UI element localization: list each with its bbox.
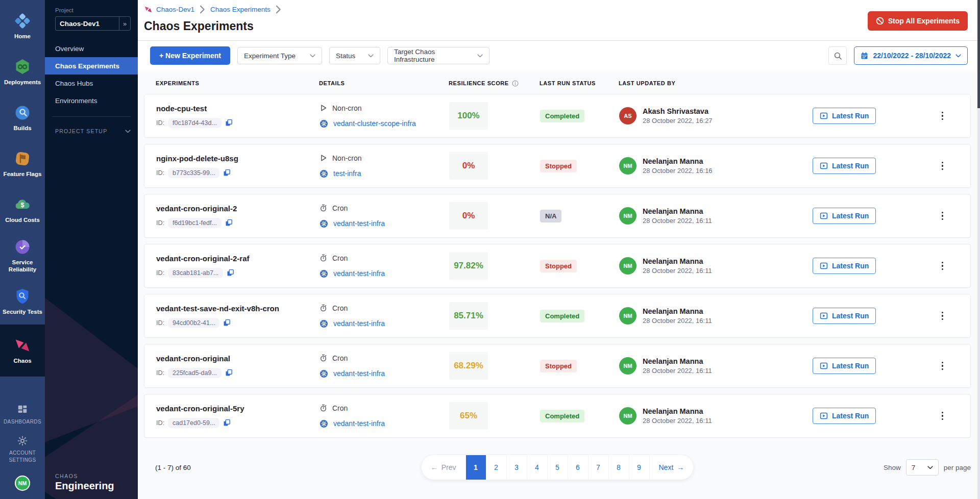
module-chaos[interactable]: Chaos	[0, 325, 45, 377]
module-builds[interactable]: Builds	[0, 95, 45, 141]
column-header-resilience-score: RESILIENCE SCORE	[449, 80, 540, 87]
brand-chaos-label: CHAOS	[55, 473, 138, 479]
date-range-picker[interactable]: 22/10/2022 - 28/10/2022	[854, 46, 968, 65]
page-button-1[interactable]: 1	[465, 455, 486, 480]
kebab-menu-icon[interactable]	[940, 410, 946, 422]
user-name: Neelanjan Manna	[643, 407, 712, 415]
next-page-button[interactable]: Next→	[649, 455, 694, 480]
infra-link[interactable]: vedant-test-infra	[333, 269, 385, 278]
search-button[interactable]	[828, 46, 847, 65]
copy-icon[interactable]	[225, 119, 233, 127]
experiment-id: b773c335-99...	[168, 168, 219, 178]
kubernetes-icon	[320, 119, 328, 128]
infra-link[interactable]: vedant-test-infra	[333, 219, 385, 228]
infra-link[interactable]: vedant-test-infra	[333, 319, 385, 328]
page-button-4[interactable]: 4	[527, 455, 547, 480]
table-header-row: EXPERIMENTS DETAILS RESILIENCE SCORE LAS…	[144, 72, 971, 94]
sidebar-item-account-settings[interactable]: ACCOUNTSETTINGS	[0, 430, 45, 468]
copy-icon[interactable]	[225, 219, 233, 227]
scrollbar[interactable]	[977, 0, 980, 499]
sidebar-item-environments[interactable]: Environments	[45, 92, 138, 109]
copy-icon[interactable]	[227, 269, 234, 277]
latest-run-button[interactable]: Latest Run	[813, 308, 876, 324]
copy-icon[interactable]	[223, 419, 231, 427]
page-button-5[interactable]: 5	[547, 455, 568, 480]
page-button-6[interactable]: 6	[568, 455, 588, 480]
scrollbar-thumb[interactable]	[977, 0, 980, 108]
user-name: Neelanjan Manna	[643, 157, 713, 165]
copy-icon[interactable]	[223, 319, 231, 327]
latest-run-button[interactable]: Latest Run	[813, 408, 876, 424]
stop-all-experiments-button[interactable]: Stop All Experiments	[868, 11, 968, 31]
per-page-label: per page	[944, 464, 971, 471]
filter-label: Status	[336, 52, 355, 60]
info-icon[interactable]	[512, 80, 519, 87]
infra-link[interactable]: vedant-cluster-scope-infra	[333, 119, 416, 128]
chaos-logo-icon	[144, 5, 153, 14]
page-button-8[interactable]: 8	[608, 455, 629, 480]
page-button-3[interactable]: 3	[506, 455, 527, 480]
kebab-menu-icon[interactable]	[940, 110, 946, 122]
kebab-menu-icon[interactable]	[940, 160, 946, 172]
module-service-reliability[interactable]: Service Reliability	[0, 233, 45, 279]
latest-run-button[interactable]: Latest Run	[813, 258, 876, 274]
latest-run-icon	[820, 162, 828, 170]
experiment-name[interactable]: vedant-cron-original-2	[156, 204, 320, 213]
infra-link[interactable]: vedant-test-infra	[333, 369, 385, 378]
prev-page-button[interactable]: ←Prev	[422, 455, 465, 480]
page-button-7[interactable]: 7	[588, 455, 608, 480]
user-avatar[interactable]: NM	[15, 476, 30, 491]
latest-run-button[interactable]: Latest Run	[813, 158, 876, 174]
sidebar-item-overview[interactable]: Overview	[45, 40, 138, 57]
latest-run-button[interactable]: Latest Run	[813, 108, 876, 124]
sidebar-item-dashboards[interactable]: DASHBOARDS	[0, 399, 45, 431]
page-size-select[interactable]: 7	[906, 459, 939, 476]
experiment-name[interactable]: vedant-test-save-nd-exit-v8h-cron	[156, 304, 320, 313]
kebab-menu-icon[interactable]	[940, 260, 946, 272]
breadcrumb: Chaos-Dev1 Chaos Experiments	[144, 0, 968, 16]
filter-experiment-type[interactable]: Experiment Type	[237, 47, 322, 64]
kebab-menu-icon[interactable]	[940, 210, 946, 222]
filter-status[interactable]: Status	[329, 47, 380, 64]
resilience-score: 0%	[449, 202, 488, 230]
copy-icon[interactable]	[223, 169, 231, 177]
page-button-2[interactable]: 2	[486, 455, 506, 480]
infra-link[interactable]: test-infra	[333, 169, 361, 178]
module-deployments[interactable]: Deployments	[0, 49, 45, 95]
table-row: vedant-cron-original-2-raf ID: 83cab181-…	[144, 244, 971, 288]
page-button-9[interactable]: 9	[629, 455, 649, 480]
infra-link[interactable]: vedant-test-infra	[333, 419, 385, 428]
sidebar-item-chaos-experiments[interactable]: Chaos Experiments	[45, 57, 138, 74]
latest-run-button[interactable]: Latest Run	[813, 358, 876, 374]
experiment-name[interactable]: vedant-cron-original-5ry	[156, 404, 320, 413]
module-cloud-costs[interactable]: $ Cloud Costs	[0, 187, 45, 233]
service-reliability-icon	[14, 238, 31, 256]
table-row: vedant-cron-original-2 ID: f6d19bc1-fedf…	[144, 194, 971, 238]
updated-date: 28 October 2022, 16:11	[643, 367, 712, 375]
sidebar-item-chaos-hubs[interactable]: Chaos Hubs	[45, 74, 138, 92]
new-experiment-button[interactable]: + New Experiment	[150, 46, 230, 65]
project-selector[interactable]: Chaos-Dev1 »	[55, 16, 131, 31]
kebab-menu-icon[interactable]	[940, 360, 946, 372]
expand-icon[interactable]: »	[119, 17, 130, 30]
experiment-id: 225fcad5-da9...	[168, 368, 222, 378]
schedule-type: Cron	[332, 404, 348, 412]
filter-target-chaos-infrastructure[interactable]: Target Chaos Infrastructure	[387, 47, 489, 64]
updated-date: 28 October 2022, 16:11	[643, 317, 712, 325]
copy-icon[interactable]	[225, 369, 233, 377]
breadcrumb-link-chaos-dev1[interactable]: Chaos-Dev1	[156, 6, 194, 13]
calendar-icon	[861, 52, 868, 60]
module-home[interactable]: Home	[0, 3, 45, 49]
kebab-menu-icon[interactable]	[940, 310, 946, 322]
latest-run-button[interactable]: Latest Run	[813, 208, 876, 224]
experiment-name[interactable]: node-cpu-test	[156, 104, 320, 113]
experiment-name[interactable]: nginx-pod-delete-u8sg	[156, 154, 320, 163]
experiment-name[interactable]: vedant-cron-original-2-raf	[156, 254, 320, 263]
project-setup-section[interactable]: PROJECT SETUP	[55, 128, 131, 134]
pagination-controls: ←Prev123456789Next→	[422, 455, 694, 480]
module-feature-flags[interactable]: Feature Flags	[0, 141, 45, 187]
experiment-name[interactable]: vedant-cron-original	[156, 354, 320, 363]
schedule-type: Non-cron	[332, 154, 362, 162]
breadcrumb-link-chaos-experiments[interactable]: Chaos Experiments	[210, 6, 271, 13]
module-security-tests[interactable]: Security Tests	[0, 279, 45, 325]
